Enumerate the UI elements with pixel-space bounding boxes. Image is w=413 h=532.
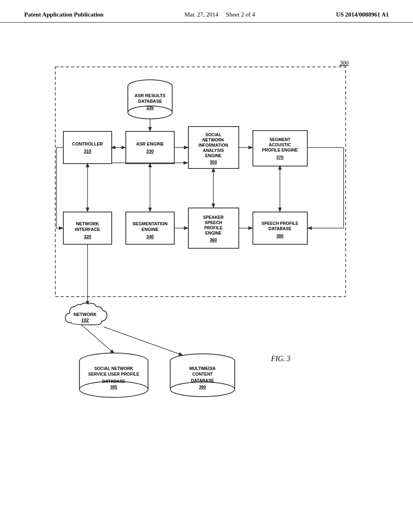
svg-text:SEGMENT: SEGMENT (269, 137, 291, 142)
svg-text:DATABASE: DATABASE (191, 378, 214, 383)
svg-text:DATABASE: DATABASE (102, 379, 125, 384)
svg-text:ANALYSIS: ANALYSIS (203, 148, 224, 153)
svg-text:335: 335 (146, 105, 154, 110)
header-center: Mar. 27, 2014 Sheet 2 of 4 (184, 11, 255, 18)
svg-text:360: 360 (210, 237, 217, 242)
svg-point-71 (79, 381, 148, 397)
svg-rect-27 (63, 212, 112, 244)
svg-text:CONTENT: CONTENT (192, 372, 213, 376)
svg-rect-15 (188, 127, 239, 168)
svg-text:PROFILE: PROFILE (204, 225, 223, 230)
svg-text:SEGMENTATION: SEGMENTATION (133, 221, 168, 226)
svg-rect-31 (126, 212, 174, 244)
svg-point-67 (79, 353, 148, 369)
header-right: US 2014/0088961 A1 (336, 11, 389, 18)
svg-text:320: 320 (84, 234, 91, 239)
diagram-area: 300 ASR RESULTS DATABASE 335 CONTROLLER … (33, 39, 380, 482)
svg-text:SPEAKER: SPEAKER (203, 215, 224, 220)
svg-text:PROFILE ENGINE: PROFILE ENGINE (262, 148, 298, 152)
svg-text:INTERFACE: INTERFACE (75, 227, 100, 232)
svg-rect-2 (128, 86, 172, 112)
svg-text:ENGINE: ENGINE (205, 153, 221, 158)
patent-number-label: US 2014/0088961 A1 (336, 11, 389, 18)
svg-text:SERVICE USER PROFILE: SERVICE USER PROFILE (88, 372, 139, 376)
svg-text:NETWORK: NETWORK (202, 137, 225, 142)
svg-text:102: 102 (81, 318, 89, 322)
svg-text:ENGINE: ENGINE (205, 231, 221, 235)
svg-text:ENGINE: ENGINE (142, 227, 159, 232)
svg-line-65 (81, 325, 114, 353)
svg-text:SOCIAL NETWORK: SOCIAL NETWORK (94, 366, 133, 371)
svg-rect-41 (253, 212, 307, 244)
svg-rect-35 (188, 208, 239, 248)
svg-text:ACOUSTIC: ACOUSTIC (269, 142, 291, 147)
svg-text:DATABASE: DATABASE (138, 99, 162, 104)
svg-text:MULTIMEDIA: MULTIMEDIA (189, 366, 216, 371)
svg-rect-9 (63, 131, 112, 164)
svg-text:370: 370 (276, 155, 284, 160)
svg-text:330: 330 (146, 149, 154, 154)
svg-rect-77 (170, 361, 235, 389)
fig-label: FIG. 3 (271, 355, 290, 363)
svg-text:310: 310 (84, 149, 91, 154)
date-label: Mar. 27, 2014 (184, 11, 218, 18)
header-left: Patent Application Publication (24, 11, 104, 18)
svg-text:390: 390 (199, 384, 206, 389)
svg-text:380: 380 (276, 233, 284, 238)
ref-300-text: 300 (340, 60, 349, 66)
svg-text:DATABASE: DATABASE (269, 226, 292, 231)
page-header: Patent Application Publication Mar. 27, … (0, 0, 413, 23)
svg-rect-22 (253, 131, 307, 166)
svg-rect-0 (55, 67, 346, 297)
svg-text:SOCIAL: SOCIAL (205, 132, 221, 137)
svg-text:NETWORK: NETWORK (74, 312, 97, 317)
svg-text:395: 395 (110, 384, 117, 389)
svg-text:CONTROLLER: CONTROLLER (72, 141, 103, 146)
svg-text:SPEECH PROFILE: SPEECH PROFILE (261, 221, 298, 226)
svg-text:350: 350 (210, 160, 217, 164)
svg-text:INFORMATION: INFORMATION (198, 143, 228, 148)
svg-line-66 (104, 327, 182, 355)
svg-point-1 (128, 80, 172, 93)
patent-application-label: Patent Application Publication (24, 11, 104, 18)
svg-text:ASR RESULTS: ASR RESULTS (135, 93, 166, 98)
svg-point-5 (128, 106, 172, 119)
svg-text:340: 340 (146, 234, 154, 239)
svg-rect-12 (126, 131, 174, 164)
sheet-label: Sheet 2 of 4 (226, 11, 255, 18)
svg-point-76 (170, 354, 235, 368)
svg-text:SPEECH: SPEECH (204, 220, 222, 225)
svg-text:NETWORK: NETWORK (76, 221, 99, 226)
svg-point-80 (170, 382, 235, 397)
svg-rect-68 (79, 361, 148, 389)
svg-text:ASR ENGINE: ASR ENGINE (136, 141, 164, 146)
